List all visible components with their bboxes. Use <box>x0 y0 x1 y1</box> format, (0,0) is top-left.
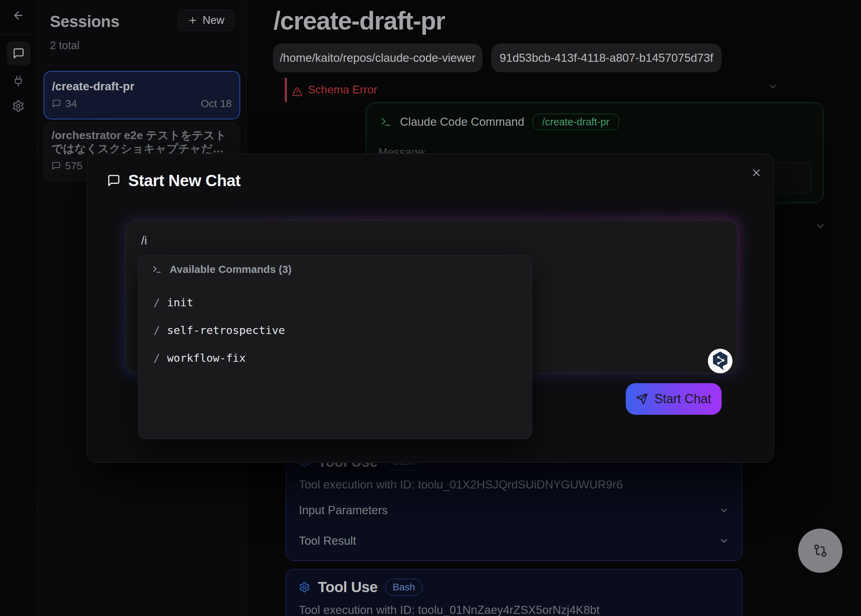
autocomplete-header: Available Commands (3) <box>170 263 291 275</box>
command-name: self-retrospective <box>167 324 285 336</box>
slash: / <box>154 296 160 309</box>
command-option-init[interactable]: /init <box>154 288 193 316</box>
command-option-self-retrospective[interactable]: /self-retrospective <box>154 316 285 344</box>
message-input-value: /i <box>141 234 147 247</box>
command-autocomplete: Available Commands (3) /init /self-retro… <box>138 255 532 439</box>
chat-icon <box>107 174 121 187</box>
command-option-workflow-fix[interactable]: /workflow-fix <box>154 344 246 372</box>
slash: / <box>154 352 160 364</box>
slash: / <box>154 324 160 336</box>
start-new-chat-modal: Start New Chat /i Available Commands (3)… <box>87 154 774 463</box>
start-chat-label: Start Chat <box>654 391 711 406</box>
terminal-icon <box>152 264 162 274</box>
app-logo-badge <box>708 349 732 373</box>
command-name: init <box>167 296 193 309</box>
send-icon <box>636 393 648 405</box>
command-name: workflow-fix <box>167 352 246 364</box>
close-icon <box>751 167 762 178</box>
close-button[interactable] <box>750 167 763 179</box>
dropdown-divider <box>138 286 532 286</box>
app-root: Sessions New 2 total /create-draft-pr 34… <box>0 0 861 616</box>
modal-title: Start New Chat <box>128 171 240 190</box>
start-chat-button[interactable]: Start Chat <box>626 383 721 415</box>
